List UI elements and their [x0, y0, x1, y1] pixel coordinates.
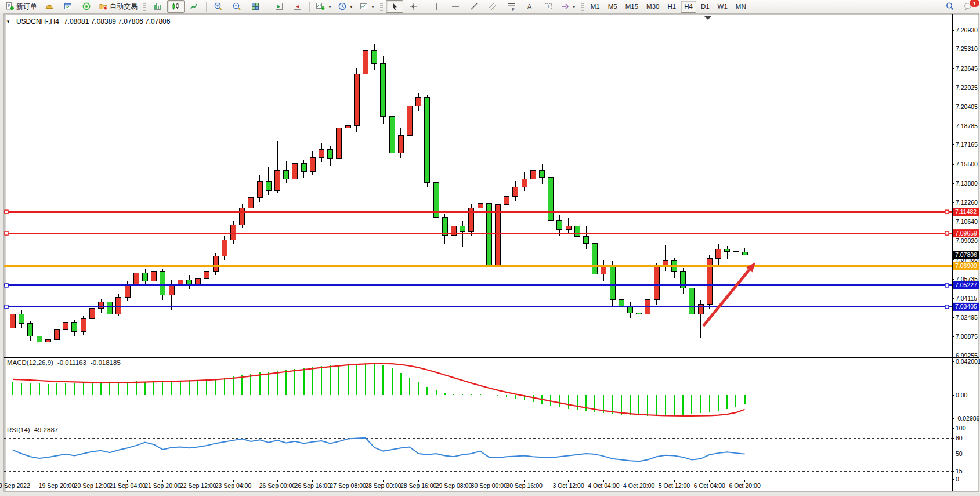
candlestick-button[interactable]: [167, 0, 185, 13]
hline-handle: [5, 231, 8, 235]
new-order-button[interactable]: 新订单: [3, 0, 39, 13]
crosshair-button[interactable]: [404, 0, 422, 13]
terminal-button[interactable]: [59, 0, 77, 13]
templates-button[interactable]: ▼: [357, 0, 377, 13]
bar-chart-button[interactable]: [149, 0, 166, 13]
price-tick-label: 7.09020: [956, 237, 978, 244]
trendline-button[interactable]: [465, 0, 483, 13]
rsi-value: 49.2887: [34, 426, 59, 433]
price-tick-label: 7.13880: [956, 180, 978, 187]
timeframe-d1-button[interactable]: D1: [697, 1, 713, 13]
price-tick-label: 7.02495: [956, 314, 978, 321]
zoom-in-icon: [214, 2, 223, 11]
signal-button[interactable]: [78, 0, 95, 13]
horizontal-line-icon: [451, 2, 460, 11]
hline-handle: [5, 284, 8, 287]
horizontal-line-button[interactable]: [447, 0, 464, 13]
time-axis-label: 21 Sep 20:00: [144, 482, 181, 489]
price-tick-label: 7.00875: [956, 333, 978, 340]
timeframe-m15-button[interactable]: M15: [622, 1, 642, 13]
macd-value: -0.011163: [57, 359, 86, 366]
time-axis-label: 19 Sep 2022: [0, 482, 30, 489]
auto-trading-label: 自动交易: [110, 2, 138, 12]
time-axis-label: 27 Sep 08:00: [330, 482, 366, 489]
rsi-indicator-title: RSI(14) 49.2887: [7, 426, 58, 433]
text-icon: A: [525, 2, 534, 11]
price-tick-label: 7.20405: [956, 103, 978, 110]
rsi-axis-label: 100: [956, 425, 966, 432]
text-label-icon: T: [544, 2, 553, 11]
price-tick-label: 7.25310: [956, 45, 978, 52]
tile-windows-button[interactable]: [247, 0, 264, 13]
price-tick-label: 7.17165: [956, 141, 978, 148]
cursor-icon: [390, 2, 399, 11]
fibonacci-button[interactable]: F: [502, 0, 520, 13]
signal-icon: [82, 2, 91, 11]
time-axis-label: 20 Sep 12:00: [74, 482, 111, 489]
price-chart-canvas[interactable]: 7.269307.253107.236457.220257.204057.187…: [0, 0, 980, 496]
zoom-in-button[interactable]: [209, 0, 227, 13]
text-label-button[interactable]: T: [540, 0, 557, 13]
macd-indicator-title: MACD(12,26,9) -0.011163 -0.018185: [7, 359, 121, 366]
symbol-dropdown-icon[interactable]: ▼: [6, 19, 10, 24]
timeframe-bar: M1M5M15M30H1H4D1W1MN: [587, 1, 750, 13]
search-icon: [945, 2, 954, 11]
cursor-button[interactable]: [386, 0, 403, 13]
timeframe-m5-button[interactable]: M5: [605, 1, 621, 13]
periods-button[interactable]: ▼: [335, 0, 356, 13]
rsi-axis-label: 80: [956, 435, 963, 441]
text-button[interactable]: A: [521, 0, 538, 13]
hline-handle: [945, 305, 949, 309]
auto-trading-button[interactable]: 自动交易: [96, 0, 140, 13]
chart-shift-button[interactable]: [270, 0, 288, 13]
timeframe-m30-button[interactable]: M30: [643, 1, 663, 13]
price-tick-label: 7.10640: [956, 218, 978, 225]
terminal-icon: [63, 2, 73, 11]
hline-handle: [5, 305, 8, 309]
time-axis-label: 6 Oct 04:00: [694, 482, 725, 489]
fibonacci-icon: F: [507, 2, 516, 11]
price-badge-label: 7.09659: [955, 230, 977, 237]
timeframe-h1-button[interactable]: H1: [664, 1, 679, 13]
chevron-down-icon: ▼: [328, 5, 332, 9]
macd-axis-label: -0.029864: [956, 415, 980, 422]
notifications-button[interactable]: 1: [960, 0, 977, 13]
vertical-line-button[interactable]: [428, 0, 446, 13]
tile-windows-icon: [251, 2, 260, 11]
time-axis-label: 26 Sep 00:00: [259, 482, 296, 489]
svg-text:T: T: [547, 3, 549, 9]
arrows-button[interactable]: ▼: [558, 0, 578, 13]
timeframe-m1-button[interactable]: M1: [587, 1, 603, 13]
time-axis-label: 3 Oct 12:00: [552, 482, 584, 489]
templates-icon: [359, 2, 368, 11]
indicators-button[interactable]: ▼: [313, 0, 334, 13]
channel-button[interactable]: E: [484, 0, 501, 13]
search-button[interactable]: [941, 0, 959, 13]
bar-chart-icon: [153, 2, 162, 11]
timeframe-w1-button[interactable]: W1: [714, 1, 731, 13]
periods-icon: [338, 2, 347, 11]
auto-scroll-button[interactable]: [289, 0, 306, 13]
timeframe-h4-button[interactable]: H4: [681, 1, 696, 13]
time-axis-label: 6 Oct 20:00: [729, 482, 760, 489]
zoom-out-button[interactable]: [228, 0, 245, 13]
time-axis-label: 19 Sep 20:00: [39, 482, 75, 489]
vertical-line-icon: [432, 2, 442, 11]
line-chart-button[interactable]: [186, 0, 203, 13]
toolbar-grip: [143, 2, 146, 12]
price-badge-label: 7.07806: [955, 251, 977, 258]
hline-handle: [945, 210, 949, 213]
toolbar-grip: [581, 2, 584, 12]
hline-handle: [5, 210, 8, 213]
toolbar-separator: [309, 2, 310, 12]
line-chart-icon: [190, 2, 199, 11]
crosshair-icon: [408, 2, 418, 11]
hline-handle: [945, 231, 949, 235]
zoom-out-icon: [232, 2, 241, 11]
timeframe-mn-button[interactable]: MN: [732, 1, 750, 13]
gold-button[interactable]: [41, 0, 58, 13]
arrows-icon: [560, 2, 570, 11]
price-badge-label: 7.03405: [955, 303, 977, 310]
notification-badge: 1: [969, 0, 980, 8]
chevron-down-icon: ▼: [572, 5, 576, 9]
